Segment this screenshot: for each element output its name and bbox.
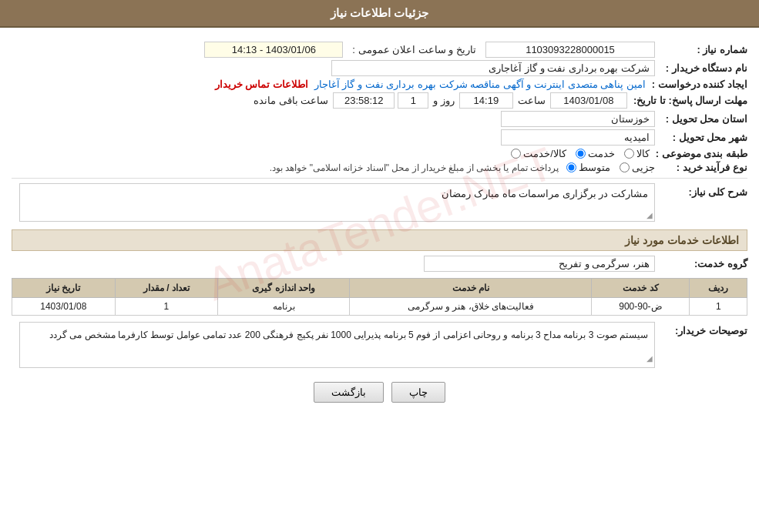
- table-cell-row: 1: [690, 298, 747, 316]
- purchase-jozii-radio[interactable]: [620, 162, 630, 172]
- city-value: امیدیه: [501, 129, 655, 146]
- category-khadamat-label: خدمت: [588, 148, 615, 159]
- deadline-days: 1: [398, 92, 428, 109]
- service-group-label: گروه خدمت:: [655, 258, 747, 269]
- table-cell-date: 1403/01/08: [12, 298, 116, 316]
- table-cell-code: ض-90-900: [592, 298, 690, 316]
- service-table: ردیف کد خدمت نام خدمت واحد اندازه گیری ت…: [12, 278, 747, 316]
- buyer-org-value: شرکت بهره برداری نفت و گاز آغاجاری: [331, 60, 655, 76]
- creator-contact-link[interactable]: اطلاعات تماس خریدار: [215, 79, 308, 90]
- purchase-jozii-item: جزیی: [620, 162, 655, 173]
- creator-value: امین پناهی متصدی اینترنت و آگهی مناقصه ش…: [314, 79, 646, 90]
- buyer-notes-value: سیستم صوت 3 برنامه مداح 3 برنامه و روحان…: [49, 330, 648, 340]
- need-number-label: شماره نیاز :: [655, 44, 747, 55]
- description-box: مشارکت در برگزاری مراسمات ماه مبارک رمضا…: [19, 183, 655, 222]
- category-label: طبقه بندی موضوعی :: [650, 148, 747, 159]
- content-area: AnataTender.NET شماره نیاز : 11030932280…: [0, 28, 759, 420]
- province-label: استان محل تحویل :: [655, 113, 747, 125]
- category-kala-khadamat-label: کالا/خدمت: [523, 148, 566, 159]
- purchase-radio-group: متوسط جزیی: [566, 162, 655, 173]
- province-value: خوزستان: [501, 111, 655, 127]
- col-name: نام خدمت: [350, 279, 592, 298]
- deadline-time-label: ساعت: [518, 95, 546, 106]
- col-count: تعداد / مقدار: [115, 279, 217, 298]
- table-cell-name: فعالیت‌های خلاق، هنر و سرگرمی: [350, 298, 592, 316]
- category-kala-label: کالا: [636, 148, 650, 159]
- page-header: جزئیات اطلاعات نیاز: [0, 0, 759, 28]
- deadline-remaining-label: ساعت باقی مانده: [254, 95, 328, 106]
- buyer-org-label: نام دستگاه خریدار :: [655, 62, 747, 74]
- table-cell-unit: برنامه: [218, 298, 350, 316]
- need-number-value: 1103093228000015: [485, 42, 655, 58]
- resize-handle: ◢: [646, 211, 653, 219]
- category-kala-radio[interactable]: [624, 149, 634, 159]
- page-wrapper: جزئیات اطلاعات نیاز AnataTender.NET شمار…: [0, 0, 759, 532]
- services-section-header: اطلاعات خدمات مورد نیاز: [12, 229, 747, 251]
- print-button[interactable]: چاپ: [391, 382, 445, 403]
- service-group-value: هنر، سرگرمی و تفریح: [424, 256, 655, 272]
- service-group-row: گروه خدمت: هنر، سرگرمی و تفریح: [12, 256, 747, 272]
- col-date: تاریخ نیاز: [12, 279, 116, 298]
- buyer-notes-row: توصیحات خریدار: سیستم صوت 3 برنامه مداح …: [12, 322, 747, 368]
- separator-1: [12, 178, 747, 179]
- table-cell-count: 1: [115, 298, 217, 316]
- back-button[interactable]: بازگشت: [314, 382, 384, 403]
- purchase-motavasset-label: متوسط: [579, 162, 610, 173]
- creator-label: ایجاد کننده درخواست :: [646, 79, 747, 90]
- page-title: جزئیات اطلاعات نیاز: [331, 6, 428, 19]
- description-label: شرح کلی نیاز:: [655, 183, 747, 198]
- deadline-time: 14:19: [459, 92, 513, 109]
- deadline-label: مهلت ارسال پاسخ: تا تاریخ:: [627, 95, 747, 106]
- category-kala-khadamat-item: کالا/خدمت: [511, 148, 566, 159]
- deadline-remaining: 23:58:12: [333, 92, 395, 109]
- category-radio-group: کالا/خدمت خدمت کالا: [511, 148, 650, 159]
- city-row: شهر محل تحویل : امیدیه: [12, 129, 747, 146]
- city-label: شهر محل تحویل :: [655, 132, 747, 143]
- description-value: مشارکت در برگزاری مراسمات ماه مبارک رمضا…: [442, 188, 648, 199]
- deadline-date: 1403/01/08: [550, 92, 627, 109]
- col-row: ردیف: [690, 279, 747, 298]
- announce-datetime-label: تاریخ و ساعت اعلان عمومی :: [352, 44, 476, 55]
- category-khadamat-radio[interactable]: [576, 149, 586, 159]
- category-row: طبقه بندی موضوعی : کالا/خدمت خدمت کالا: [12, 148, 747, 159]
- category-kala-item: کالا: [624, 148, 650, 159]
- purchase-motavasset-radio[interactable]: [566, 162, 576, 172]
- creator-row: ایجاد کننده درخواست : امین پناهی متصدی ا…: [12, 79, 747, 90]
- purchase-type-row: نوع فرآیند خرید : متوسط جزیی پرداخت تمام…: [12, 162, 747, 173]
- need-number-row: شماره نیاز : 1103093228000015 تاریخ و سا…: [12, 42, 747, 58]
- buyer-org-row: نام دستگاه خریدار : شرکت بهره برداری نفت…: [12, 60, 747, 76]
- deadline-row: مهلت ارسال پاسخ: تا تاریخ: 1403/01/08 سا…: [12, 92, 747, 109]
- buyer-notes-box: سیستم صوت 3 برنامه مداح 3 برنامه و روحان…: [19, 322, 655, 368]
- purchase-note: پرداخت تمام یا بخشی از مبلغ خریدار از مح…: [270, 162, 559, 173]
- announce-datetime-value: 1403/01/06 - 14:13: [204, 42, 343, 58]
- category-khadamat-item: خدمت: [576, 148, 615, 159]
- buyer-notes-label: توصیحات خریدار:: [655, 322, 747, 336]
- category-kala-khadamat-radio[interactable]: [511, 149, 521, 159]
- province-row: استان محل تحویل : خوزستان: [12, 111, 747, 127]
- button-area: چاپ بازگشت: [12, 373, 747, 412]
- purchase-type-label: نوع فرآیند خرید :: [655, 162, 747, 173]
- col-code: کد خدمت: [592, 279, 690, 298]
- resize-handle-2: ◢: [646, 352, 653, 366]
- deadline-day-label: روز و: [433, 95, 455, 106]
- purchase-jozii-label: جزیی: [632, 162, 655, 173]
- col-unit: واحد اندازه گیری: [218, 279, 350, 298]
- description-row: شرح کلی نیاز: مشارکت در برگزاری مراسمات …: [12, 183, 747, 222]
- table-row: 1ض-90-900فعالیت‌های خلاق، هنر و سرگرمیبر…: [12, 298, 747, 316]
- purchase-motavasset-item: متوسط: [566, 162, 610, 173]
